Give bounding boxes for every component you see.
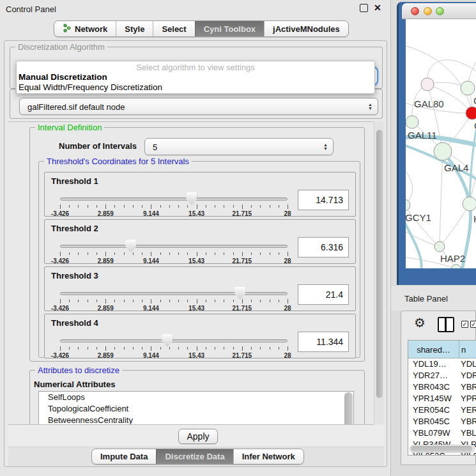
threshold-label: Threshold 4: [51, 318, 98, 328]
network-edge[interactable]: [440, 151, 443, 247]
number-of-intervals-combobox[interactable]: 5 ▲▼: [144, 138, 334, 155]
dropdown-option[interactable]: Manual Discretization: [17, 72, 374, 82]
threshold-value-field[interactable]: 6.316: [298, 237, 349, 257]
slider-track[interactable]: [60, 339, 288, 342]
gear-icon[interactable]: ⚙: [414, 315, 426, 330]
table-data-combobox[interactable]: galFiltered.sif default node ▲▼: [19, 98, 378, 115]
network-node[interactable]: [434, 142, 452, 160]
threshold-slider[interactable]: -3.4262.8599.14415.4321.71528: [60, 242, 288, 263]
table-cell[interactable]: YPR1: [459, 393, 476, 404]
threshold-value-field[interactable]: 14.713: [298, 190, 349, 210]
tab-network[interactable]: Network: [54, 21, 116, 36]
slider-tick: [288, 346, 288, 351]
node-attribute-table[interactable]: shared… n YDL19…YDL1YDR27…YDR2YBR043CYBR…: [408, 340, 476, 456]
zoom-traffic-icon[interactable]: [436, 7, 444, 15]
tab-infer-network[interactable]: Infer Network: [233, 449, 303, 464]
slider-tick: [178, 300, 179, 302]
minimize-traffic-icon[interactable]: [424, 7, 432, 15]
apply-button[interactable]: Apply: [178, 429, 218, 444]
network-node[interactable]: [451, 265, 461, 268]
tab-label: Impute Data: [100, 452, 148, 461]
table-row[interactable]: YDR27…YDR2: [408, 370, 476, 381]
tab-style[interactable]: Style: [116, 21, 153, 36]
table-cell[interactable]: YER0: [459, 404, 476, 416]
network-edge[interactable]: [440, 204, 470, 247]
table-cell[interactable]: YPR145W: [408, 393, 459, 404]
slider-track[interactable]: [60, 292, 288, 295]
attribute-list-item[interactable]: SelfLoops: [39, 392, 353, 403]
network-node[interactable]: [406, 199, 410, 211]
table-header-name[interactable]: n: [459, 341, 476, 358]
scrollbar-thumb[interactable]: [411, 446, 472, 452]
slider-track[interactable]: [60, 197, 288, 201]
tab-discretize-data[interactable]: Discretize Data: [156, 449, 233, 464]
attribute-list-item[interactable]: TopologicalCoefficient: [39, 403, 353, 415]
slider-tick: [151, 252, 151, 256]
network-edge[interactable]: [427, 84, 443, 151]
table-header-shared-name[interactable]: shared…: [408, 341, 459, 358]
network-view-window[interactable]: GAL80GACGAL11GAL4GCY1HHAP2: [397, 2, 476, 285]
threshold-value-field[interactable]: 21.4: [298, 284, 349, 305]
table-cell[interactable]: YBL0: [459, 427, 476, 439]
table-cell[interactable]: YBR045C: [408, 416, 459, 427]
table-cell[interactable]: YER054C: [408, 404, 459, 416]
threshold-slider[interactable]: -3.4262.8599.14415.4321.71528: [60, 289, 288, 311]
table-row[interactable]: YDL19…YDL1: [408, 358, 476, 370]
table-cell[interactable]: YDL1: [459, 358, 476, 370]
tab-cyni-toolbox[interactable]: Cyni Toolbox: [195, 21, 264, 36]
tab-jactivemnodules[interactable]: jActiveMNodules: [264, 21, 348, 36]
checkbox-icon[interactable]: ✓: [461, 321, 468, 328]
slider-tick: [133, 347, 134, 349]
network-graph[interactable]: GAL80GACGAL11GAL4GCY1HHAP2: [406, 19, 476, 268]
tab-impute-data[interactable]: Impute Data: [92, 449, 156, 464]
network-node[interactable]: [463, 197, 476, 211]
split-column-icon[interactable]: [438, 317, 454, 332]
network-node[interactable]: [406, 116, 418, 128]
threshold-4-box: Threshold 4-3.4262.8599.14415.4321.71528…: [44, 314, 356, 358]
attributes-group-title: Attributes to discretize: [35, 365, 122, 375]
scrollbar-thumb[interactable]: [376, 130, 383, 398]
network-edge[interactable]: [406, 166, 413, 205]
slider-tick: [78, 252, 79, 255]
network-node[interactable]: [461, 81, 475, 95]
table-cell[interactable]: YDR2: [459, 370, 476, 381]
slider-tick: [206, 300, 206, 302]
table-row[interactable]: YBL079WYBL0: [408, 427, 476, 439]
table-cell[interactable]: YBR0: [459, 416, 476, 427]
attributes-list-scrollbar[interactable]: [344, 392, 353, 425]
slider-thumb[interactable]: [186, 192, 197, 205]
table-cell[interactable]: YBR0: [459, 381, 476, 393]
threshold-slider[interactable]: -3.4262.8599.14415.4321.71528: [60, 336, 288, 358]
tab-select[interactable]: Select: [153, 21, 194, 36]
table-row[interactable]: YBR045CYBR0: [408, 416, 476, 427]
close-window-icon[interactable]: ✕: [374, 3, 381, 13]
float-window-icon[interactable]: [360, 4, 368, 12]
table-cell[interactable]: YBR043C: [408, 381, 459, 393]
slider-thumb[interactable]: [234, 287, 245, 300]
threshold-value-field[interactable]: 11.344: [298, 332, 349, 352]
slider-thumb[interactable]: [125, 240, 136, 252]
dropdown-option[interactable]: Equal Width/Frequency Discretization: [17, 82, 374, 93]
checkbox-icon[interactable]: ✓: [470, 321, 476, 328]
network-node[interactable]: [466, 107, 476, 119]
slider-tick: [224, 205, 224, 208]
threshold-slider[interactable]: -3.4262.8599.14415.4321.71528: [60, 194, 288, 216]
slider-tick: [215, 300, 215, 302]
table-row[interactable]: YER054CYER0: [408, 404, 476, 416]
close-traffic-icon[interactable]: [411, 7, 419, 15]
table-row[interactable]: YPR145WYPR1: [408, 393, 476, 404]
table-horizontal-scrollbar[interactable]: [410, 445, 475, 453]
table-cell[interactable]: YBL079W: [408, 427, 459, 439]
network-node[interactable]: [434, 242, 445, 252]
slider-tick: [197, 299, 197, 303]
table-row[interactable]: YBR043CYBR0: [408, 381, 476, 393]
network-node[interactable]: [421, 78, 434, 91]
slider-thumb[interactable]: [162, 334, 173, 347]
numerical-attributes-list[interactable]: SelfLoopsTopologicalCoefficientBetweenne…: [38, 391, 354, 425]
table-cell[interactable]: YDR27…: [408, 370, 459, 381]
slider-track[interactable]: [60, 245, 288, 248]
settings-vertical-scrollbar[interactable]: [374, 122, 384, 424]
network-canvas[interactable]: GAL80GACGAL11GAL4GCY1HHAP2: [406, 19, 476, 268]
table-cell[interactable]: YDL19…: [408, 358, 459, 370]
attribute-list-item[interactable]: BetweennessCentrality: [39, 415, 353, 425]
